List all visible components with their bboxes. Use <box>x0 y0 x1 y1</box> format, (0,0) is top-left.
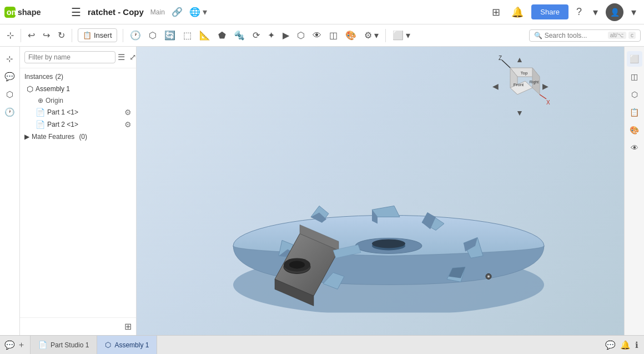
selection-tool[interactable]: ⊹ <box>3 28 17 43</box>
part-studio-label: Part Studio 1 <box>51 341 89 349</box>
3d-viewport[interactable]: ▲ ▼ ◀ ▶ Front Top Right Z <box>137 47 624 335</box>
svg-text:▶: ▶ <box>542 82 549 91</box>
search-box: 🔍 alt/⌥ c <box>529 29 641 42</box>
user-avatar[interactable]: 👤 <box>606 3 623 21</box>
render-tool[interactable]: 🎨 <box>342 28 360 43</box>
collision-tool[interactable]: ⬡ <box>294 28 308 43</box>
part2-icon: 📄 <box>36 120 45 129</box>
onshape-logo: on shape <box>4 4 60 20</box>
part2-item[interactable]: 📄 Part 2 <1> ⚙ <box>20 118 136 131</box>
add-tab-icon[interactable]: ＋ <box>17 340 26 350</box>
assembly-label: Assembly 1 <box>36 85 70 93</box>
bottom-right-icons: 💬 🔔 ℹ <box>600 336 644 354</box>
search-input[interactable] <box>545 32 606 39</box>
svg-text:Z: Z <box>499 56 502 61</box>
apps-icon[interactable]: ⊞ <box>489 4 504 21</box>
svg-point-10 <box>289 261 305 268</box>
move-tool[interactable]: ⬚ <box>180 28 195 43</box>
part1-label: Part 1 <1> <box>47 108 78 116</box>
list-view-icon[interactable]: ☰ <box>118 52 125 62</box>
svg-line-24 <box>502 60 510 68</box>
clock-tool[interactable]: 🕐 <box>127 28 144 43</box>
section-view-btn[interactable]: ◫ <box>627 69 642 84</box>
svg-point-12 <box>487 275 490 277</box>
globe-icon[interactable]: 🌐 ▾ <box>189 7 207 17</box>
settings-tool[interactable]: ⚙ ▾ <box>361 28 382 43</box>
insert-icon: 📋 <box>83 31 92 39</box>
undo-button[interactable]: ↩ <box>24 28 38 43</box>
exploded-view-btn[interactable]: ⬡ <box>627 87 642 102</box>
cursor-tool[interactable]: ⊹ <box>2 51 18 67</box>
mate-features-item[interactable]: ▶ Mate Features (0) <box>20 131 136 143</box>
left-sidebar: ⊹ 💬 ⬡ 🕐 <box>0 47 20 335</box>
animate-tool[interactable]: ▶ <box>279 28 293 43</box>
section-tool[interactable]: ◫ <box>326 28 341 43</box>
notification-bottom-icon[interactable]: 🔔 <box>620 340 631 350</box>
assembly-item[interactable]: ⬡ Assembly 1 <box>20 83 136 95</box>
bottom-left-icons: 💬 ＋ <box>0 336 31 354</box>
help-button[interactable]: ? <box>573 4 585 20</box>
instances-header: Instances (2) <box>20 71 136 83</box>
comment-tool[interactable]: 💬 <box>2 69 18 84</box>
comment-bottom-icon[interactable]: 💬 <box>605 340 616 350</box>
svg-text:▼: ▼ <box>516 108 524 117</box>
refresh-button[interactable]: ↻ <box>54 28 68 43</box>
assembly-tab-label: Assembly 1 <box>114 341 149 349</box>
explode-tool[interactable]: ✦ <box>264 28 278 43</box>
history-tool[interactable]: 🕐 <box>2 104 18 120</box>
origin-item[interactable]: ⊕ Origin <box>20 95 136 106</box>
rotate-tool[interactable]: 🔄 <box>161 28 179 43</box>
orientation-cube-svg: ▲ ▼ ◀ ▶ Front Top Right Z <box>491 56 552 117</box>
insert-button[interactable]: 📋 Insert <box>78 28 117 42</box>
info-bottom-icon[interactable]: ℹ <box>635 340 638 350</box>
transform-tool[interactable]: ⟳ <box>249 28 263 43</box>
share-button[interactable]: Share <box>531 4 568 19</box>
model-view-btn[interactable]: ⬜ <box>627 51 642 67</box>
main-area: ⊹ 💬 ⬡ 🕐 ☰ ⤢ Instances (2) ⬡ Assembly 1 ⊕… <box>0 47 644 335</box>
svg-text:Front: Front <box>514 82 524 87</box>
pattern-tool[interactable]: ⬟ <box>215 28 229 43</box>
svg-point-7 <box>372 239 405 248</box>
help-notifications-icon[interactable]: 🔔 <box>508 4 527 21</box>
instances-count: (2) <box>55 73 63 81</box>
parts-tool[interactable]: ⬡ <box>2 87 18 102</box>
part1-mate-icon: ⚙ <box>124 108 132 117</box>
hamburger-menu[interactable]: ☰ <box>69 3 83 21</box>
separator-2 <box>72 29 72 42</box>
view-tool[interactable]: ⬜ ▾ <box>389 28 414 43</box>
part2-mate-icon: ⚙ <box>124 120 132 129</box>
part1-item[interactable]: 📄 Part 1 <1> ⚙ <box>20 106 136 118</box>
part1-icon: 📄 <box>36 108 45 117</box>
tree-bottom: ⊞ <box>20 317 136 335</box>
part-studio-tab[interactable]: 📄 Part Studio 1 <box>31 336 97 354</box>
measure-tool[interactable]: 📐 <box>196 28 214 43</box>
doc-name: ratchet - Copy <box>88 7 144 17</box>
account-dropdown[interactable]: ▾ <box>628 4 640 21</box>
fastener-tool[interactable]: 🔩 <box>230 28 248 43</box>
mate-features-count: (0) <box>79 133 87 141</box>
svg-text:Right: Right <box>530 80 539 84</box>
secondary-toolbar: ⊹ ↩ ↪ ↻ 📋 Insert 🕐 ⬡ 🔄 ⬚ 📐 ⬟ 🔩 ⟳ ✦ ▶ ⬡ 👁… <box>0 24 644 47</box>
svg-text:shape: shape <box>18 8 41 17</box>
separator-1 <box>21 29 21 42</box>
help-dropdown[interactable]: ▾ <box>590 4 601 21</box>
display-states-btn[interactable]: 👁 <box>627 140 642 156</box>
tree-bottom-icon[interactable]: ⊞ <box>124 321 132 332</box>
part2-label: Part 2 <1> <box>47 121 78 128</box>
component-tool[interactable]: ⬡ <box>145 28 160 43</box>
link-icon[interactable]: 🔗 <box>172 7 183 17</box>
display-tool[interactable]: 👁 <box>309 28 325 43</box>
search-shortcut: alt/⌥ <box>608 32 626 39</box>
mate-chevron: ▶ <box>24 133 29 141</box>
svg-text:on: on <box>7 8 17 17</box>
search-key: c <box>628 32 636 39</box>
redo-button[interactable]: ↪ <box>39 28 53 43</box>
drawing-view-btn[interactable]: 📋 <box>627 104 642 120</box>
tree-header: ☰ ⤢ <box>20 47 136 68</box>
assembly-tab[interactable]: ⬡ Assembly 1 <box>97 336 157 354</box>
render-view-btn[interactable]: 🎨 <box>627 122 642 138</box>
orientation-cube[interactable]: ▲ ▼ ◀ ▶ Front Top Right Z <box>491 56 557 122</box>
filter-input[interactable] <box>24 51 115 63</box>
speech-bubble-icon[interactable]: 💬 <box>4 340 15 350</box>
mate-features-label: Mate Features <box>32 133 74 141</box>
